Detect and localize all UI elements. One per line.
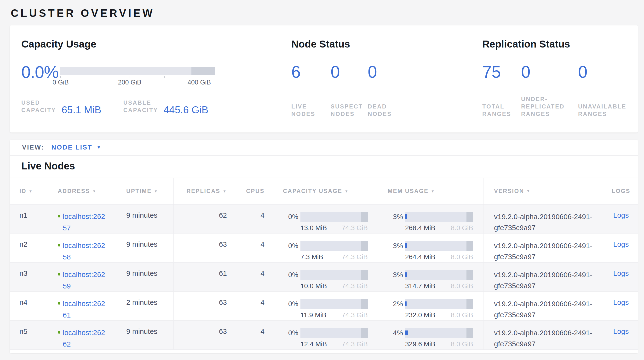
unavailable-ranges-label: UNAVAILABLE RANGES bbox=[578, 103, 626, 118]
node-address-link[interactable]: localhost:262 57 bbox=[63, 211, 105, 234]
node-uptime-cell: 2 minutes bbox=[116, 292, 174, 320]
node-address-link[interactable]: localhost:262 61 bbox=[63, 298, 105, 321]
live-status-dot-icon bbox=[58, 215, 60, 218]
capacity-usage-percent: 0% bbox=[283, 329, 298, 337]
mem-bar-reserved-segment bbox=[466, 212, 473, 222]
axis-tick bbox=[130, 76, 130, 78]
node-id: n5 bbox=[20, 327, 27, 335]
node-address-link[interactable]: localhost:262 62 bbox=[63, 327, 105, 350]
capacity-usage-bar: 0% bbox=[283, 328, 368, 338]
axis-tick bbox=[164, 76, 164, 78]
column-header-version[interactable]: VERSION ▼ bbox=[484, 178, 604, 204]
sort-desc-icon: ▼ bbox=[29, 189, 33, 193]
mem-bar-reserved-segment bbox=[466, 299, 473, 309]
column-header-logs: LOGS bbox=[604, 178, 638, 204]
capacity-stats: USED CAPACITY 65.1 MiB USABLE CAPACITY 4… bbox=[21, 99, 291, 114]
under-replicated-ranges-count: 0 bbox=[521, 63, 578, 81]
capacity-axis-labels: 0 GiB 200 GiB 400 GiB bbox=[60, 79, 215, 86]
capacity-bar-reserved-segment bbox=[361, 328, 368, 338]
column-header-capacity-usage[interactable]: CAPACITY USAGE ▼ bbox=[273, 178, 378, 204]
node-id: n4 bbox=[20, 298, 27, 306]
replication-status-title: Replication Status bbox=[482, 38, 626, 50]
node-uptime-cell: 9 minutes bbox=[116, 263, 174, 291]
table-row-partial bbox=[10, 350, 638, 353]
usable-capacity-label: USABLE CAPACITY bbox=[124, 99, 162, 114]
capacity-bar-chart: 0 GiB 200 GiB 400 GiB bbox=[60, 67, 215, 86]
mem-used-value: 329.6 MiB bbox=[405, 340, 435, 348]
node-cpus-cell: 4 bbox=[237, 292, 273, 320]
under-replicated-ranges-stat: 0 UNDER- REPLICATED RANGES bbox=[521, 63, 578, 118]
node-replicas-cell: 63 bbox=[174, 234, 237, 262]
node-id-cell: n2 bbox=[10, 234, 47, 262]
capacity-bar-reserved-segment bbox=[361, 212, 368, 222]
node-capacity-usage-cell: 0% 7.3 MiB 74.3 GiB bbox=[273, 234, 378, 262]
live-status-dot-icon bbox=[58, 302, 60, 305]
axis-tick bbox=[60, 76, 60, 78]
mem-bar-track bbox=[405, 299, 473, 309]
mem-usage-percent: 3% bbox=[388, 242, 403, 250]
logs-link[interactable]: Logs bbox=[613, 327, 629, 335]
column-header-uptime[interactable]: UPTIME ▼ bbox=[116, 178, 174, 204]
view-selector-dropdown[interactable]: NODE LIST ▼ bbox=[52, 144, 101, 151]
node-replicas-cell: 61 bbox=[174, 263, 237, 291]
capacity-used-value: 7.3 MiB bbox=[300, 253, 323, 261]
dead-nodes-count: 0 bbox=[368, 63, 392, 81]
capacity-usage-bar: 0% bbox=[283, 212, 368, 222]
node-replicas-cell: 62 bbox=[174, 205, 237, 233]
capacity-usage-bar: 0% bbox=[283, 241, 368, 251]
column-header-mem-usage[interactable]: MEM USAGE ▼ bbox=[378, 178, 484, 204]
sort-desc-icon: ▼ bbox=[431, 189, 435, 193]
logs-link[interactable]: Logs bbox=[613, 240, 629, 248]
replication-status-section: Replication Status 75 TOTAL RANGES 0 UND… bbox=[482, 38, 626, 118]
cluster-overview-page: CLUSTER OVERVIEW Capacity Usage 0.0% bbox=[0, 0, 644, 353]
suspect-nodes-count: 0 bbox=[330, 63, 368, 81]
capacity-usage-section: Capacity Usage 0.0% bbox=[21, 38, 291, 118]
mem-usage-bar: 4% bbox=[388, 328, 473, 338]
capacity-used-value: 12.4 MiB bbox=[300, 340, 327, 348]
mem-bar-fill bbox=[405, 214, 407, 219]
capacity-used-value: 13.0 MiB bbox=[300, 224, 327, 232]
capacity-usage-values: 13.0 MiB 74.3 GiB bbox=[300, 224, 368, 232]
mem-bar-reserved-segment bbox=[466, 328, 473, 338]
sort-desc-icon: ▼ bbox=[223, 189, 227, 193]
table-row: n4 localhost:262 61 2 minutes 63 4 0% 11… bbox=[10, 292, 638, 321]
capacity-bar-track bbox=[300, 241, 368, 251]
node-id-cell: n3 bbox=[10, 263, 47, 291]
mem-bar-track bbox=[405, 212, 473, 222]
column-header-replicas[interactable]: REPLICAS ▼ bbox=[174, 178, 237, 204]
page-title: CLUSTER OVERVIEW bbox=[11, 7, 638, 19]
mem-usage-values: 329.6 MiB 8.0 GiB bbox=[405, 340, 473, 348]
logs-link[interactable]: Logs bbox=[613, 269, 629, 277]
node-mem-usage-cell: 2% 232.0 MiB 8.0 GiB bbox=[378, 292, 484, 320]
node-address-link[interactable]: localhost:262 59 bbox=[63, 269, 105, 292]
node-logs-cell: Logs bbox=[604, 205, 638, 233]
logs-link[interactable]: Logs bbox=[613, 211, 629, 219]
capacity-used-value: 11.9 MiB bbox=[300, 311, 326, 319]
node-address-cell: localhost:262 57 bbox=[47, 205, 116, 233]
capacity-bar-track bbox=[300, 328, 368, 338]
node-id-cell: n4 bbox=[10, 292, 47, 320]
node-capacity-usage-cell: 0% 11.9 MiB 74.3 GiB bbox=[273, 292, 378, 320]
mem-usage-bar: 3% bbox=[388, 212, 473, 222]
node-version-cell: v19.2.0-alpha.20190606-2491- gfe735c9a97 bbox=[484, 234, 604, 262]
mem-used-value: 264.4 MiB bbox=[405, 253, 435, 261]
column-header-id[interactable]: ID ▼ bbox=[10, 178, 47, 204]
sort-desc-icon: ▼ bbox=[344, 189, 348, 193]
sort-desc-icon: ▼ bbox=[154, 189, 158, 193]
summary-card: Capacity Usage 0.0% bbox=[10, 26, 638, 132]
node-address-link[interactable]: localhost:262 58 bbox=[63, 240, 105, 263]
view-label: VIEW: bbox=[22, 144, 44, 151]
capacity-used-value: 10.0 MiB bbox=[300, 282, 327, 290]
column-header-address[interactable]: ADDRESS ▼ bbox=[47, 178, 116, 204]
node-status-section: Node Status 6 LIVE NODES 0 SUSPECT NODES… bbox=[291, 38, 482, 118]
mem-usage-values: 268.4 MiB 8.0 GiB bbox=[405, 224, 473, 232]
mem-usage-bar: 2% bbox=[388, 299, 473, 309]
capacity-usage-title: Capacity Usage bbox=[21, 38, 291, 50]
node-logs-cell: Logs bbox=[604, 321, 638, 349]
table-header-row: ID ▼ ADDRESS ▼ UPTIME ▼ REPLICAS ▼ CPUS … bbox=[10, 177, 638, 205]
logs-link[interactable]: Logs bbox=[613, 298, 629, 306]
capacity-bar-reserved-segment bbox=[361, 270, 368, 280]
sort-desc-icon: ▼ bbox=[92, 189, 96, 193]
mem-bar-reserved-segment bbox=[466, 270, 473, 280]
live-nodes-count: 6 bbox=[291, 63, 330, 81]
